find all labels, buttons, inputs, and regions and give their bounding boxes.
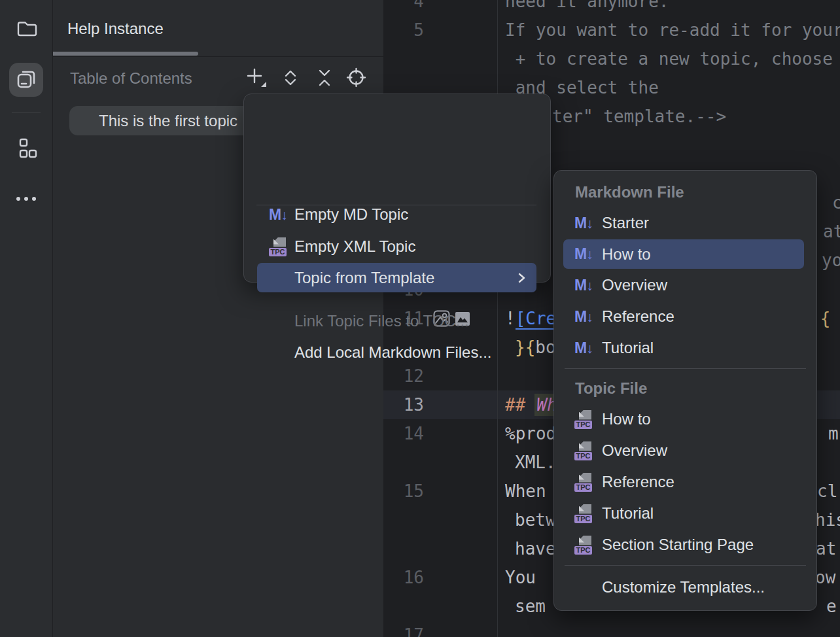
structure-icon: [14, 136, 39, 163]
code-line: }{bo: [515, 333, 556, 362]
help-instance-icon: [13, 66, 39, 94]
toc-section-label: Table of Contents: [70, 69, 192, 88]
active-tab-indicator: [53, 52, 198, 56]
submenu-item-overview-md[interactable]: M↓ Overview: [574, 271, 667, 300]
submenu-item-label: Overview: [602, 276, 667, 294]
menu-item-label: Topic from Template: [294, 269, 434, 287]
code-line-fragment: yo: [822, 246, 840, 275]
submenu-item-label: Tutorial: [602, 339, 654, 357]
folder-icon: [14, 16, 39, 43]
submenu-header-markdown-file: Markdown File: [575, 182, 684, 202]
submenu-item-label: Customize Templates...: [602, 578, 765, 596]
code-line-fragment: m: [828, 419, 839, 448]
collapse-all-button[interactable]: [312, 66, 337, 91]
menu-item-label: Link Topic Files to TOC...: [294, 312, 469, 330]
locate-button[interactable]: [343, 66, 368, 91]
menu-item-label: Add Local Markdown Files...: [294, 343, 491, 362]
line-number: 4: [383, 0, 424, 16]
code-line-fragment: e: [826, 592, 837, 621]
submenu-item-overview-topic[interactable]: TPC Overview: [574, 436, 667, 465]
line-number-active: 13: [383, 390, 424, 419]
topic-file-icon: TPC: [574, 504, 602, 523]
add-icon: [245, 67, 268, 91]
submenu-separator: [565, 368, 806, 369]
help-instance-tool-button[interactable]: [9, 63, 43, 97]
submenu-separator: [565, 565, 806, 566]
project-tool-button[interactable]: [9, 12, 43, 46]
menu-item-label: Empty MD Topic: [294, 205, 408, 224]
submenu-item-label: Section Starting Page: [602, 536, 754, 554]
topic-file-icon: TPC: [574, 473, 602, 492]
markdown-file-icon: M↓: [574, 215, 602, 232]
markdown-file-icon: M↓: [574, 245, 602, 263]
code-line-fragment: ow: [815, 563, 835, 592]
topic-file-icon: TPC: [574, 536, 602, 555]
menu-separator: [256, 205, 536, 205]
code-line: need it anymore.: [505, 0, 669, 16]
panel-title: Help Instance: [67, 20, 164, 38]
line-number: 17: [383, 621, 424, 637]
expand-all-button[interactable]: [278, 66, 303, 91]
submenu-item-how-to-topic[interactable]: TPC How to: [574, 405, 651, 434]
code-line: betw: [515, 506, 556, 534]
topic-file-icon: TPC: [574, 410, 602, 429]
more-icon: [14, 195, 39, 205]
line-number: 16: [383, 563, 424, 592]
code-line-fragment: cl: [817, 477, 837, 506]
menu-item-topic-from-template[interactable]: Topic from Template: [257, 263, 536, 292]
submenu-arrow-icon: [516, 272, 527, 284]
markdown-file-icon: M↓: [574, 277, 602, 294]
submenu-item-how-to-md[interactable]: M↓ How to: [563, 239, 804, 269]
collapse-all-icon: [315, 67, 334, 90]
stripe-divider: [12, 112, 41, 113]
ide-window: Help Instance Table of Contents This is …: [0, 0, 840, 637]
code-line: You: [505, 563, 536, 592]
code-line: have: [515, 534, 556, 563]
submenu-item-section-starting-page[interactable]: TPC Section Starting Page: [574, 530, 754, 559]
markdown-file-icon: M↓: [574, 308, 602, 326]
submenu-item-starter[interactable]: M↓ Starter: [574, 209, 649, 237]
line-number: 5: [383, 16, 424, 44]
code-line: sem: [515, 592, 546, 621]
code-line: + to create a new topic, choose t: [505, 44, 840, 73]
submenu-item-reference-topic[interactable]: TPC Reference: [574, 468, 674, 496]
submenu-header-topic-file: Topic File: [575, 379, 647, 398]
submenu-item-customize-templates[interactable]: Customize Templates...: [602, 573, 765, 602]
menu-item-empty-xml-topic[interactable]: TPC Empty XML Topic: [269, 232, 415, 261]
submenu-item-label: Tutorial: [602, 504, 654, 523]
template-submenu: Markdown File M↓ Starter M↓ How to M↓ Ov…: [553, 170, 817, 611]
menu-item-link-topic-files[interactable]: Link Topic Files to TOC...: [294, 307, 469, 336]
code-line-fragment: ter" template.-->: [552, 102, 726, 131]
submenu-item-label: Reference: [602, 307, 674, 326]
submenu-item-label: How to: [602, 245, 651, 264]
code-line-fragment: c: [832, 188, 840, 217]
more-tool-windows-button[interactable]: [9, 182, 43, 216]
submenu-item-label: How to: [602, 410, 651, 428]
structure-tool-button[interactable]: [9, 132, 43, 166]
locate-target-icon: [346, 67, 366, 90]
line-number: 15: [383, 477, 424, 506]
menu-item-add-local-markdown[interactable]: Add Local Markdown Files...: [294, 338, 491, 367]
submenu-item-label: Starter: [602, 214, 649, 232]
submenu-item-label: Overview: [602, 441, 667, 460]
code-line: ![Cre: [505, 304, 556, 333]
markdown-link: [Cre: [516, 309, 557, 330]
menu-item-label: Empty XML Topic: [294, 237, 415, 256]
submenu-item-tutorial-md[interactable]: M↓ Tutorial: [574, 334, 654, 362]
code-line-fragment: his: [815, 506, 840, 534]
code-line: XML.: [515, 448, 556, 477]
markdown-file-icon: M↓: [269, 206, 294, 224]
tool-window-stripe: [0, 0, 53, 637]
code-line: When: [505, 477, 546, 506]
code-line: ##Wh: [505, 390, 559, 419]
code-line: If you want to re-add it for your: [505, 16, 840, 44]
submenu-item-reference-md[interactable]: M↓ Reference: [574, 302, 674, 331]
code-line-fragment: at: [823, 217, 840, 246]
topic-file-icon: TPC: [574, 441, 602, 460]
add-topic-button[interactable]: [244, 66, 269, 91]
panel-divider: [53, 56, 383, 57]
line-number: 14: [383, 419, 424, 448]
expand-all-icon: [281, 67, 300, 90]
submenu-item-tutorial-topic[interactable]: TPC Tutorial: [574, 499, 654, 528]
add-topic-menu: M↓ Empty MD Topic TPC Empty XML Topic To…: [243, 94, 551, 283]
